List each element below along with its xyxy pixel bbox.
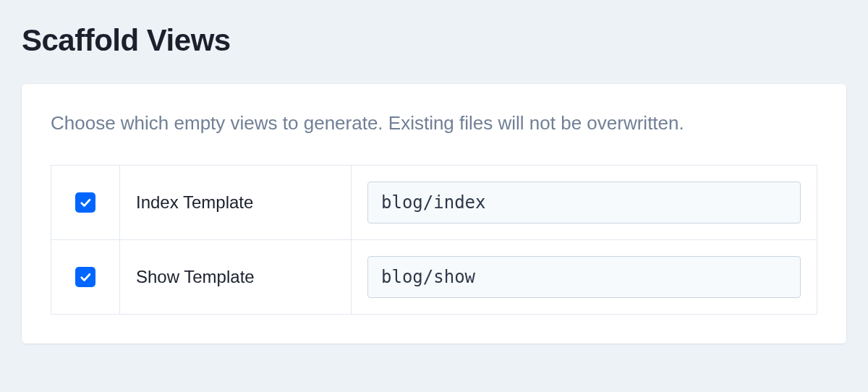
check-icon [79,196,92,209]
card-description: Choose which empty views to generate. Ex… [51,110,817,136]
cell-input [352,240,817,315]
table-row: Show Template [51,240,817,315]
table-row: Index Template [51,166,817,240]
views-table: Index Template Show Template [51,165,817,315]
checkbox-index-template[interactable] [75,192,95,213]
row-label: Show Template [120,240,352,315]
cell-checkbox [51,240,120,315]
check-icon [79,270,92,284]
cell-input [352,166,817,240]
row-label: Index Template [120,166,352,240]
page-title: Scaffold Views [22,23,868,58]
checkbox-show-template[interactable] [75,267,95,287]
cell-checkbox [51,166,120,240]
scaffold-card: Choose which empty views to generate. Ex… [22,84,846,344]
show-template-input[interactable] [367,256,801,298]
index-template-input[interactable] [367,182,801,223]
